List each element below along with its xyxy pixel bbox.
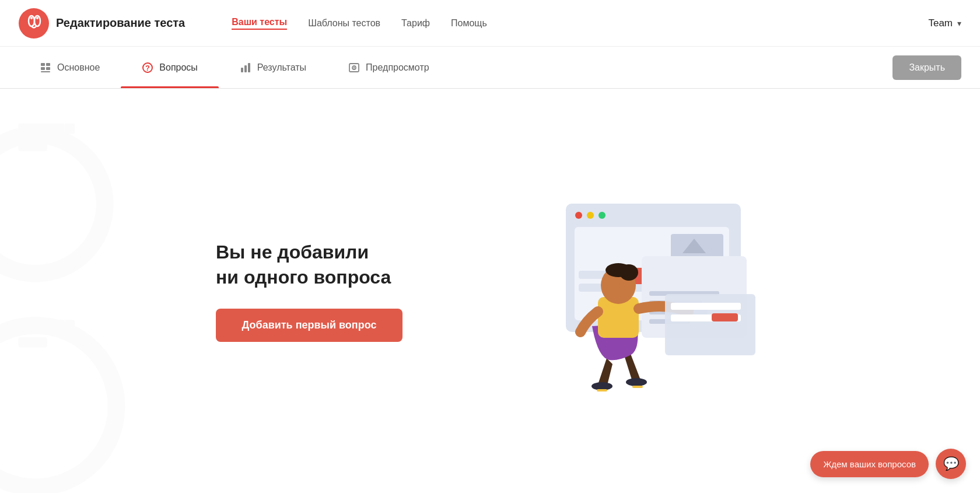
chat-icon: 💬 xyxy=(943,456,959,471)
nav-item-templates[interactable]: Шаблоны тестов xyxy=(308,18,380,29)
svg-rect-51 xyxy=(597,389,607,391)
nav-right: Team ▾ xyxy=(928,18,961,29)
svg-rect-50 xyxy=(712,313,738,321)
preview-icon xyxy=(348,62,360,74)
empty-title-line1: Вы не добавили xyxy=(216,240,402,265)
bottom-right-chat: Ждем ваших вопросов 💬 xyxy=(810,449,966,479)
chevron-down-icon[interactable]: ▾ xyxy=(957,19,961,28)
empty-title-line2: ни одного вопроса xyxy=(216,265,402,290)
grid-icon xyxy=(40,62,51,74)
svg-rect-5 xyxy=(41,63,45,66)
logo-title: Редактирование теста xyxy=(56,16,185,30)
svg-point-41 xyxy=(592,382,612,390)
svg-rect-20 xyxy=(18,123,64,134)
top-nav: Редактирование теста Ваши тесты Шаблоны … xyxy=(0,0,980,47)
close-button[interactable]: Закрыть xyxy=(892,55,961,80)
svg-point-18 xyxy=(0,135,105,274)
svg-point-28 xyxy=(587,212,594,219)
empty-title: Вы не добавили ни одного вопроса xyxy=(216,240,402,290)
chat-icon-button[interactable]: 💬 xyxy=(936,449,966,479)
nav-item-tariff[interactable]: Тариф xyxy=(401,18,430,29)
svg-point-19 xyxy=(0,326,117,487)
logo-area: Редактирование теста xyxy=(19,8,185,39)
question-icon: ? xyxy=(142,62,153,74)
tab-rezultaty[interactable]: Результаты xyxy=(219,47,327,88)
tab-voprosy[interactable]: ? Вопросы xyxy=(121,47,219,88)
svg-rect-14 xyxy=(248,63,250,72)
svg-point-29 xyxy=(598,212,606,219)
svg-rect-22 xyxy=(65,123,75,134)
svg-point-4 xyxy=(36,17,38,19)
svg-rect-12 xyxy=(241,68,243,72)
svg-rect-7 xyxy=(41,67,45,70)
svg-point-42 xyxy=(626,378,647,386)
chat-label-button[interactable]: Ждем ваших вопросов xyxy=(810,451,929,477)
illustration xyxy=(449,186,799,396)
tab-rezultaty-label: Результаты xyxy=(257,62,306,73)
svg-rect-23 xyxy=(18,320,64,330)
tab-predprosmotr[interactable]: Предпросмотр xyxy=(327,47,450,88)
tab-predprosmotr-label: Предпросмотр xyxy=(366,62,429,73)
logo-icon xyxy=(19,8,49,39)
svg-rect-9 xyxy=(41,71,50,72)
bg-watermark xyxy=(0,89,187,493)
svg-rect-21 xyxy=(18,141,47,151)
svg-rect-8 xyxy=(46,67,50,70)
bar-icon xyxy=(240,62,251,74)
svg-text:?: ? xyxy=(145,64,150,72)
add-first-question-button[interactable]: Добавить первый вопрос xyxy=(216,309,402,342)
sub-nav: Основное ? Вопросы Результаты xyxy=(0,47,980,89)
tab-osnovnoe-label: Основное xyxy=(57,62,100,73)
svg-point-27 xyxy=(575,212,582,219)
team-label[interactable]: Team xyxy=(928,18,953,29)
svg-rect-52 xyxy=(632,386,643,388)
svg-rect-48 xyxy=(671,303,741,310)
svg-rect-13 xyxy=(244,65,247,72)
main-content: Вы не добавили ни одного вопроса Добавит… xyxy=(0,89,980,493)
nav-links: Ваши тесты Шаблоны тестов Тариф Помощь xyxy=(232,17,928,30)
svg-point-46 xyxy=(606,263,631,277)
svg-point-17 xyxy=(354,67,355,68)
nav-item-your-tests[interactable]: Ваши тесты xyxy=(232,17,287,30)
svg-rect-25 xyxy=(65,320,75,330)
sub-nav-tabs: Основное ? Вопросы Результаты xyxy=(19,47,450,88)
svg-point-3 xyxy=(30,17,33,19)
tab-osnovnoe[interactable]: Основное xyxy=(19,47,121,88)
left-section: Вы не добавили ни одного вопроса Добавит… xyxy=(216,240,402,342)
tab-voprosy-label: Вопросы xyxy=(159,62,198,73)
svg-rect-24 xyxy=(18,337,47,348)
illustration-svg xyxy=(484,186,764,396)
svg-rect-6 xyxy=(46,63,50,66)
nav-item-help[interactable]: Помощь xyxy=(451,18,487,29)
